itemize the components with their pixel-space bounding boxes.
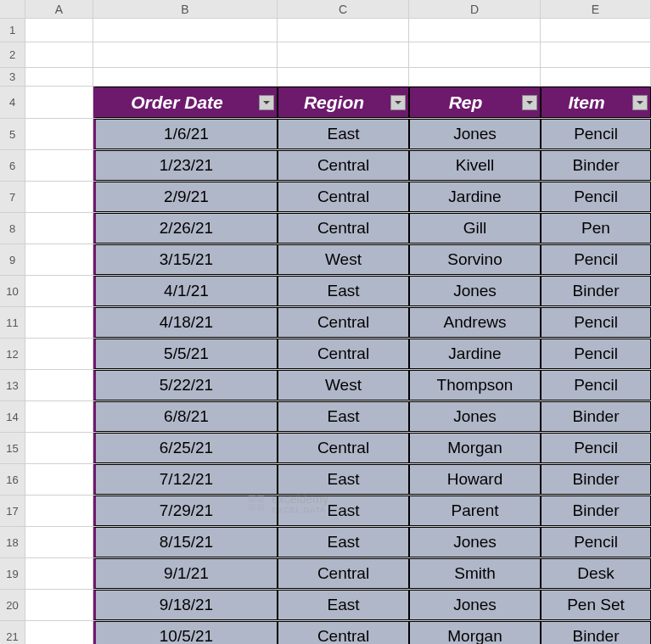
region-cell[interactable]: Central	[278, 150, 409, 181]
row-header-19[interactable]: 19	[0, 558, 25, 589]
row-header-16[interactable]: 16	[0, 464, 25, 495]
filter-dropdown-icon[interactable]	[259, 95, 274, 110]
rep-cell[interactable]: Jardine	[409, 339, 541, 369]
row-header-5[interactable]: 5	[0, 119, 25, 149]
row-header-10[interactable]: 10	[0, 276, 25, 306]
cell[interactable]	[25, 370, 93, 400]
cell[interactable]	[25, 213, 93, 244]
item-cell[interactable]: Binder	[541, 464, 651, 495]
order-date-cell[interactable]: 1/23/21	[93, 150, 278, 181]
rep-cell[interactable]: Andrews	[409, 307, 541, 338]
region-cell[interactable]: Central	[278, 307, 409, 338]
item-cell[interactable]: Pencil	[541, 527, 651, 557]
row-header-1[interactable]: 1	[0, 19, 25, 42]
item-cell[interactable]: Pencil	[541, 119, 651, 149]
order-date-cell[interactable]: 2/26/21	[93, 213, 278, 244]
row-header-17[interactable]: 17	[0, 496, 25, 526]
cell[interactable]	[25, 621, 93, 644]
item-cell[interactable]: Desk	[541, 558, 651, 589]
table-header-order-date[interactable]: Order Date	[93, 87, 278, 118]
region-cell[interactable]: East	[278, 590, 409, 620]
cell[interactable]	[25, 19, 93, 42]
cell[interactable]	[25, 276, 93, 306]
row-header-2[interactable]: 2	[0, 42, 25, 67]
cell[interactable]	[25, 433, 93, 463]
order-date-cell[interactable]: 3/15/21	[93, 244, 278, 275]
filter-dropdown-icon[interactable]	[390, 95, 406, 110]
rep-cell[interactable]: Smith	[409, 558, 541, 589]
column-header-a[interactable]: A	[25, 0, 93, 18]
rep-cell[interactable]: Jardine	[409, 182, 541, 212]
cell[interactable]	[409, 19, 541, 42]
item-cell[interactable]: Pencil	[541, 182, 651, 212]
order-date-cell[interactable]: 6/25/21	[93, 433, 278, 463]
row-header-11[interactable]: 11	[0, 307, 25, 338]
row-header-12[interactable]: 12	[0, 339, 25, 369]
row-header-6[interactable]: 6	[0, 150, 25, 181]
row-header-15[interactable]: 15	[0, 433, 25, 463]
rep-cell[interactable]: Jones	[409, 276, 541, 306]
cell[interactable]	[25, 150, 93, 181]
rep-cell[interactable]: Jones	[409, 119, 541, 149]
region-cell[interactable]: East	[278, 401, 409, 432]
item-cell[interactable]: Pencil	[541, 370, 651, 400]
cell[interactable]	[409, 42, 541, 67]
cell[interactable]	[409, 68, 541, 86]
region-cell[interactable]: Central	[278, 182, 409, 212]
rep-cell[interactable]: Kivell	[409, 150, 541, 181]
order-date-cell[interactable]: 5/5/21	[93, 339, 278, 369]
order-date-cell[interactable]: 10/5/21	[93, 621, 278, 644]
order-date-cell[interactable]: 8/15/21	[93, 527, 278, 557]
row-header-20[interactable]: 20	[0, 590, 25, 620]
item-cell[interactable]: Pencil	[541, 307, 651, 338]
region-cell[interactable]: East	[278, 527, 409, 557]
column-header-e[interactable]: E	[541, 0, 651, 18]
cell[interactable]	[93, 42, 278, 67]
region-cell[interactable]: East	[278, 496, 409, 526]
region-cell[interactable]: Central	[278, 433, 409, 463]
cell[interactable]	[278, 42, 409, 67]
order-date-cell[interactable]: 6/8/21	[93, 401, 278, 432]
cell[interactable]	[541, 19, 651, 42]
cell[interactable]	[25, 558, 93, 589]
order-date-cell[interactable]: 2/9/21	[93, 182, 278, 212]
cell[interactable]	[25, 401, 93, 432]
order-date-cell[interactable]: 4/18/21	[93, 307, 278, 338]
row-header-3[interactable]: 3	[0, 68, 25, 86]
cell[interactable]	[25, 496, 93, 526]
rep-cell[interactable]: Parent	[409, 496, 541, 526]
table-header-item[interactable]: Item	[541, 87, 651, 118]
item-cell[interactable]: Binder	[541, 150, 651, 181]
rep-cell[interactable]: Jones	[409, 590, 541, 620]
cell[interactable]	[25, 42, 93, 67]
region-cell[interactable]: East	[278, 119, 409, 149]
item-cell[interactable]: Binder	[541, 621, 651, 644]
cell[interactable]	[541, 68, 651, 86]
row-header-18[interactable]: 18	[0, 527, 25, 557]
column-header-b[interactable]: B	[93, 0, 278, 18]
order-date-cell[interactable]: 9/1/21	[93, 558, 278, 589]
region-cell[interactable]: East	[278, 464, 409, 495]
item-cell[interactable]: Pencil	[541, 433, 651, 463]
rep-cell[interactable]: Morgan	[409, 621, 541, 644]
rep-cell[interactable]: Jones	[409, 401, 541, 432]
order-date-cell[interactable]: 1/6/21	[93, 119, 278, 149]
rep-cell[interactable]: Howard	[409, 464, 541, 495]
cell[interactable]	[25, 527, 93, 557]
region-cell[interactable]: Central	[278, 558, 409, 589]
cell[interactable]	[25, 464, 93, 495]
item-cell[interactable]: Pen	[541, 213, 651, 244]
cell[interactable]	[93, 19, 278, 42]
cell[interactable]	[25, 244, 93, 275]
select-all-corner[interactable]	[0, 0, 25, 18]
cell[interactable]	[25, 307, 93, 338]
region-cell[interactable]: Central	[278, 339, 409, 369]
region-cell[interactable]: East	[278, 276, 409, 306]
table-header-rep[interactable]: Rep	[409, 87, 541, 118]
row-header-13[interactable]: 13	[0, 370, 25, 400]
cell[interactable]	[93, 68, 278, 86]
filter-dropdown-icon[interactable]	[632, 95, 648, 110]
cell[interactable]	[25, 119, 93, 149]
order-date-cell[interactable]: 4/1/21	[93, 276, 278, 306]
item-cell[interactable]: Pen Set	[541, 590, 651, 620]
